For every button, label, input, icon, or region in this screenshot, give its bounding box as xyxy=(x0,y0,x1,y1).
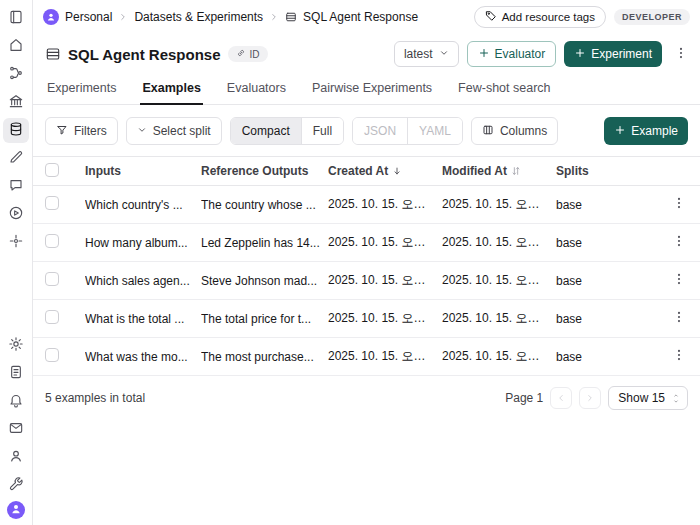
user-icon xyxy=(8,448,24,467)
tab-pairwise-experiments[interactable]: Pairwise Experiments xyxy=(310,74,434,105)
row-menu-button[interactable] xyxy=(668,192,690,218)
copy-id-chip[interactable]: ID xyxy=(228,46,268,62)
cell-inputs: Which country's ... xyxy=(85,198,201,212)
main-content: Personal Datasets & Experiments SQL Agen… xyxy=(33,0,700,525)
add-resource-tags-button[interactable]: Add resource tags xyxy=(474,6,606,28)
user-avatar[interactable] xyxy=(7,501,25,519)
cell-inputs: What was the mo... xyxy=(85,350,201,364)
select-split-button[interactable]: Select split xyxy=(126,117,222,145)
column-header-splits[interactable]: Splits xyxy=(556,164,666,178)
breadcrumb-datasets-experiments[interactable]: Datasets & Experiments xyxy=(134,10,263,24)
row-checkbox[interactable] xyxy=(45,272,59,286)
sidebar-item-admin[interactable] xyxy=(3,473,29,498)
previous-page-button[interactable] xyxy=(550,387,572,409)
sidebar-item-docs-file[interactable] xyxy=(3,361,29,386)
filter-icon xyxy=(56,124,68,139)
gear-icon xyxy=(8,336,24,355)
column-header-modified-at[interactable]: Modified At xyxy=(442,164,556,178)
columns-label: Columns xyxy=(500,124,547,138)
sidebar-item-projects[interactable] xyxy=(3,90,29,115)
table-row[interactable]: What was the mo... The most purchase... … xyxy=(33,338,700,376)
add-example-button[interactable]: Example xyxy=(604,117,688,145)
row-menu-button[interactable] xyxy=(668,268,690,294)
play-circle-icon xyxy=(8,205,24,224)
breadcrumb: Personal Datasets & Experiments SQL Agen… xyxy=(43,9,418,25)
column-header-inputs[interactable]: Inputs xyxy=(85,164,201,178)
database-icon xyxy=(8,121,24,140)
kebab-icon xyxy=(672,310,686,327)
new-experiment-button[interactable]: Experiment xyxy=(564,41,662,67)
select-all-checkbox[interactable] xyxy=(45,163,59,177)
row-menu-button[interactable] xyxy=(668,306,690,332)
sidebar-item-datasets[interactable] xyxy=(3,118,29,143)
table-row[interactable]: What is the total ... The total price fo… xyxy=(33,300,700,338)
top-bar-right: Add resource tags DEVELOPER xyxy=(474,6,690,28)
row-menu-button[interactable] xyxy=(668,344,690,370)
row-checkbox[interactable] xyxy=(45,234,59,248)
person-icon xyxy=(10,503,22,518)
tab-examples[interactable]: Examples xyxy=(140,74,202,105)
add-example-label: Example xyxy=(631,124,678,138)
row-checkbox[interactable] xyxy=(45,310,59,324)
column-header-created-at[interactable]: Created At xyxy=(328,164,442,178)
header-label: Modified At xyxy=(442,164,507,178)
format-yaml-button[interactable]: YAML xyxy=(407,118,462,144)
examples-table: Inputs Reference Outputs Created At Modi… xyxy=(33,156,700,376)
columns-button[interactable]: Columns xyxy=(471,117,558,145)
column-header-reference-outputs[interactable]: Reference Outputs xyxy=(201,164,328,178)
density-full-button[interactable]: Full xyxy=(301,118,343,144)
table-row[interactable]: Which sales agen... Steve Johnson mad...… xyxy=(33,262,700,300)
sidebar-item-home[interactable] xyxy=(3,34,29,59)
cell-inputs: Which sales agen... xyxy=(85,274,201,288)
cell-created-at: 2025. 10. 15. 오전 ... xyxy=(328,310,442,327)
table-row[interactable]: Which country's ... The country whose ..… xyxy=(33,186,700,224)
row-checkbox[interactable] xyxy=(45,348,59,362)
chevron-right-icon xyxy=(585,391,595,406)
columns-icon xyxy=(482,124,494,139)
version-selector[interactable]: latest xyxy=(394,41,459,67)
tab-experiments[interactable]: Experiments xyxy=(45,74,118,105)
page-size-selector[interactable]: Show 15 xyxy=(608,386,688,410)
cell-reference-outputs: The most purchase... xyxy=(201,350,328,364)
link-icon xyxy=(236,48,246,60)
sidebar-item-members[interactable] xyxy=(3,445,29,470)
new-evaluator-button[interactable]: Evaluator xyxy=(467,41,557,67)
sidebar-item-components[interactable] xyxy=(3,230,29,255)
sidebar-item-settings[interactable] xyxy=(3,333,29,358)
page-title: SQL Agent Response xyxy=(68,46,221,63)
tab-bar: Experiments Examples Evaluators Pairwise… xyxy=(33,74,700,105)
building-icon xyxy=(8,93,24,112)
breadcrumb-current-dataset[interactable]: SQL Agent Response xyxy=(303,10,418,24)
plan-badge: DEVELOPER xyxy=(614,9,690,25)
sort-desc-icon xyxy=(392,166,402,176)
format-json-button[interactable]: JSON xyxy=(353,118,407,144)
sidebar-item-deployments[interactable] xyxy=(3,202,29,227)
cell-inputs: What is the total ... xyxy=(85,312,201,326)
filters-label: Filters xyxy=(74,124,107,138)
page-menu-button[interactable] xyxy=(670,41,692,67)
row-checkbox[interactable] xyxy=(45,196,59,210)
sidebar-item-tracing[interactable] xyxy=(3,62,29,87)
sidebar-item-prompts[interactable] xyxy=(3,174,29,199)
density-compact-button[interactable]: Compact xyxy=(231,118,301,144)
header-label: Reference Outputs xyxy=(201,164,308,178)
cell-reference-outputs: Steve Johnson mad... xyxy=(201,274,328,288)
kebab-icon xyxy=(672,348,686,365)
table-footer: 5 examples in total Page 1 Show 15 xyxy=(33,376,700,420)
row-menu-button[interactable] xyxy=(668,230,690,256)
plus-icon xyxy=(614,124,626,139)
caret-down-icon xyxy=(672,399,680,404)
chat-icon xyxy=(8,177,24,196)
sidebar-item-notifications[interactable] xyxy=(3,389,29,414)
cell-splits: base xyxy=(556,274,666,288)
sidebar-item-docs[interactable] xyxy=(3,6,29,31)
filters-button[interactable]: Filters xyxy=(45,117,118,145)
next-page-button[interactable] xyxy=(579,387,601,409)
header-label: Created At xyxy=(328,164,388,178)
tab-evaluators[interactable]: Evaluators xyxy=(225,74,288,105)
table-row[interactable]: How many album... Led Zeppelin has 14...… xyxy=(33,224,700,262)
sidebar-item-annotation[interactable] xyxy=(3,146,29,171)
breadcrumb-personal[interactable]: Personal xyxy=(65,10,112,24)
sidebar-item-mail[interactable] xyxy=(3,417,29,442)
tab-fewshot-search[interactable]: Few-shot search xyxy=(456,74,552,105)
